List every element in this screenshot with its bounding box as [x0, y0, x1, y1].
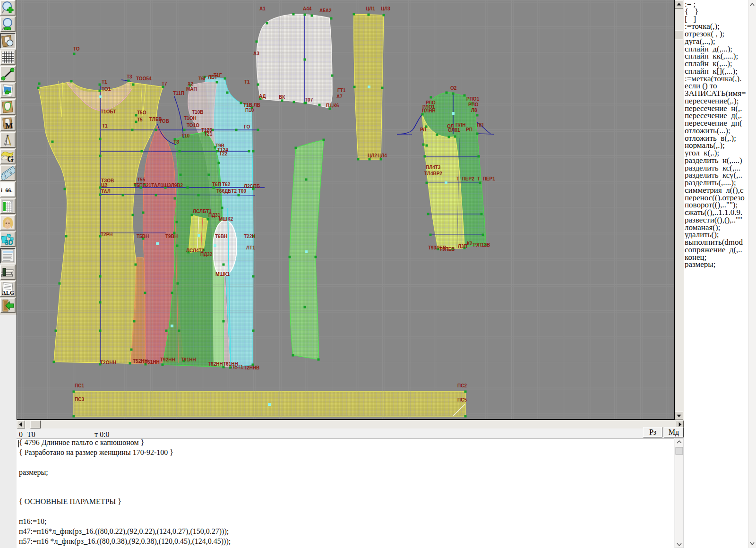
svg-text:ПЛН: ПЛН	[455, 122, 465, 128]
svg-text:M: M	[5, 121, 13, 130]
svg-text:О2: О2	[450, 86, 457, 91]
svg-text:ПЛНН: ПЛНН	[422, 108, 436, 113]
svg-text:ГО: ГО	[244, 124, 250, 129]
svg-text:РП: РП	[466, 127, 472, 132]
svg-text:Т2ОНН: Т2ОНН	[100, 360, 116, 365]
svg-text:ПЛ4Т3: ПЛ4Т3	[426, 165, 441, 170]
svg-text:Т66ДБТ2 Т00: Т66ДБТ2 Т00	[216, 188, 246, 194]
svg-text:ПС3: ПС3	[75, 397, 84, 402]
svg-text:Т07: Т07	[305, 97, 313, 103]
svg-text:ЦЛ4: ЦЛ4	[378, 153, 387, 158]
svg-text:Т10В: Т10В	[192, 110, 203, 115]
svg-text:ПД32: ПД32	[200, 252, 213, 257]
svg-text:ТЗ: ТЗ	[173, 139, 179, 145]
svg-text:П10: П10	[245, 108, 254, 113]
svg-text:ГТ1: ГТ1	[337, 88, 346, 93]
svg-text:АД: АД	[259, 94, 266, 99]
svg-text:Т5: Т5	[137, 117, 143, 122]
svg-text:ТО1: ТО1	[102, 86, 111, 92]
svg-text:Т_ПЕР1: Т_ПЕР1	[477, 176, 495, 181]
svg-text:Л3П: Л3П	[458, 244, 467, 249]
svg-text:Т6ВН: Т6ВН	[215, 234, 227, 239]
svg-text:Т_ПЕР2: Т_ПЕР2	[456, 176, 474, 181]
svg-text:Т1В,ЛВ: Т1В,ЛВ	[243, 103, 260, 108]
svg-text:Т55: Т55	[137, 177, 146, 182]
svg-text:ТО: ТО	[73, 46, 80, 51]
svg-text:ПП: ПП	[477, 122, 483, 128]
svg-text:К2: К2	[467, 241, 472, 246]
svg-text:ЦЛ2: ЦЛ2	[368, 153, 377, 158]
svg-text:ТОВ: ТОВ	[159, 119, 169, 124]
svg-text:МАП: МАП	[186, 86, 197, 92]
svg-text:Т3: Т3	[127, 74, 132, 79]
svg-text:Т11П: Т11П	[173, 91, 184, 96]
svg-text:Т5ВН: Т5ВН	[137, 234, 149, 239]
svg-text:ОЛ01: ОЛ01	[448, 128, 460, 133]
svg-text:ТАЛ: ТАЛ	[101, 189, 111, 194]
svg-text:Х2: Х2	[188, 81, 194, 86]
svg-text:Т1ОН: Т1ОН	[184, 116, 197, 121]
svg-text:Т91НН: Т91НН	[181, 357, 196, 362]
svg-text:Л8: Л8	[471, 108, 477, 113]
svg-text:Т22Н: Т22Н	[244, 234, 255, 239]
svg-text:ПС2: ПС2	[457, 383, 467, 388]
svg-text:ЦЗ: ЦЗ	[101, 182, 108, 188]
svg-text:Т51НН: Т51НН	[145, 360, 160, 365]
svg-text:Т1: Т1	[102, 79, 107, 85]
svg-text:А44: А44	[303, 6, 312, 11]
svg-text:МШК2: МШК2	[219, 216, 233, 222]
svg-text:МШК1: МШК1	[215, 272, 230, 277]
svg-text:Т6Г: Т6Г	[198, 76, 207, 81]
svg-text:ВК: ВК	[279, 94, 285, 100]
svg-text:Т5ПБ21ТАЛ1ШЗЛ9В2: Т5ПБ21ТАЛ1ШЗЛ9В2	[134, 183, 183, 188]
svg-text:Т9ВН: Т9ВН	[165, 234, 178, 239]
svg-text:Т2ННВ: Т2ННВ	[244, 365, 259, 370]
svg-text:А3: А3	[253, 51, 259, 56]
svg-text:А7: А7	[336, 94, 343, 99]
svg-text:ЦЛ3: ЦЛ3	[381, 6, 390, 11]
svg-text:i_66.: i_66.	[1, 188, 12, 193]
svg-text:ТЛ4ВР2: ТЛ4ВР2	[424, 171, 442, 176]
svg-text:Т62НН: Т62НН	[208, 361, 223, 367]
svg-text:Т10: Т10	[181, 133, 190, 138]
svg-text:Т92НН: Т92НН	[160, 357, 175, 362]
svg-text:А5А2: А5А2	[319, 8, 332, 13]
svg-text:Т6П: Т6П	[212, 182, 221, 187]
svg-text:Т62: Т62	[222, 182, 231, 187]
svg-text:Т2РН: Т2РН	[101, 232, 113, 237]
svg-text:РПО: РПО	[468, 102, 479, 107]
svg-text:ALG: ALG	[2, 290, 14, 296]
svg-text:Т1: Т1	[102, 123, 108, 128]
svg-text:Т1ОБТ: Т1ОБТ	[101, 109, 116, 114]
svg-text:РПО1: РПО1	[466, 96, 480, 102]
svg-text:Т5О: Т5О	[137, 110, 146, 115]
svg-text:Л2СПБ: Л2СПБ	[244, 184, 260, 189]
svg-text:Т21: Т21	[204, 131, 213, 137]
svg-text:Т7: Т7	[162, 81, 167, 86]
svg-text:П1,К6: П1,К6	[326, 103, 339, 108]
svg-text:ТОО54: ТОО54	[136, 76, 152, 81]
svg-text:Т1: Т1	[244, 79, 250, 85]
svg-text:G: G	[7, 154, 14, 163]
svg-text:ПС5: ПС5	[457, 397, 467, 402]
svg-text:ЦЛ1: ЦЛ1	[366, 6, 375, 11]
svg-text:Т22: Т22	[219, 151, 228, 156]
svg-text:ПС1: ПС1	[75, 383, 84, 388]
svg-text:Т1Г: Т1Г	[214, 73, 222, 78]
svg-text:ЛТ1: ЛТ1	[246, 245, 255, 250]
svg-text:Т9ЛЕВ: Т9ЛЕВ	[439, 247, 455, 252]
svg-text:ТО1О: ТО1О	[187, 123, 199, 128]
svg-text:ЛБТ1: ЛБТ1	[231, 364, 243, 369]
svg-text:РЛ: РЛ	[420, 127, 426, 132]
svg-text:А1: А1	[259, 6, 266, 11]
svg-text:Т9П12В: Т9П12В	[472, 242, 490, 248]
svg-text:3D: 3D	[5, 239, 13, 246]
